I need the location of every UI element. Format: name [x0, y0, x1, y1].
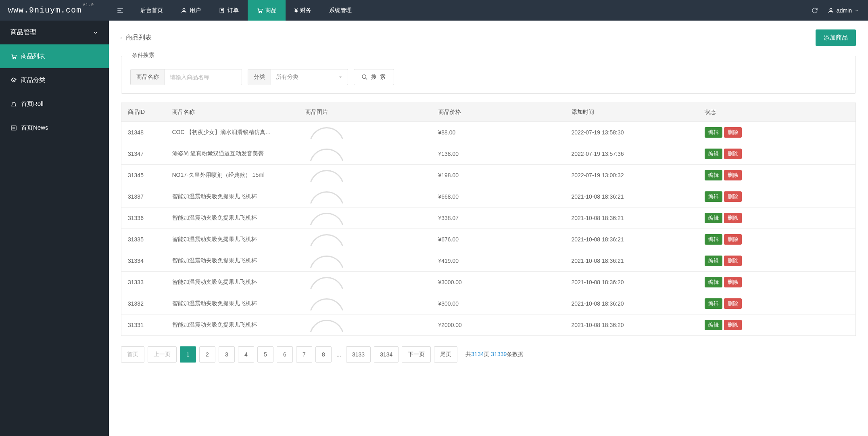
- product-name-input[interactable]: [165, 69, 242, 85]
- cell-price: ¥138.00: [432, 143, 565, 165]
- cell-name: COC 【初夜少女】滴水润滑锁精仿真…: [166, 122, 299, 143]
- cell-time: 2022-07-19 13:57:36: [565, 143, 698, 165]
- pagination-info: 共3134页 31339条数据: [465, 351, 524, 358]
- delete-button[interactable]: 删除: [724, 191, 742, 202]
- category-select[interactable]: 所有分类: [271, 69, 348, 85]
- sidebar-group-products[interactable]: 商品管理: [0, 21, 109, 44]
- svg-point-9: [830, 8, 832, 10]
- table-row: 31337智能加温震动夹吸免提果儿飞机杯¥668.002021-10-08 18…: [121, 186, 856, 208]
- cell-name: 智能加温震动夹吸免提果儿飞机杯: [166, 293, 299, 314]
- page-8[interactable]: 8: [315, 346, 332, 363]
- edit-button[interactable]: 编辑: [705, 298, 722, 309]
- page-4[interactable]: 4: [238, 346, 254, 363]
- delete-button[interactable]: 删除: [724, 256, 742, 266]
- nav-item-3[interactable]: 商品: [248, 0, 286, 21]
- page-first[interactable]: 首页: [121, 346, 144, 363]
- page-last[interactable]: 尾页: [434, 346, 457, 363]
- edit-button[interactable]: 编辑: [705, 234, 722, 245]
- delete-button[interactable]: 删除: [724, 213, 742, 223]
- cat-label: 分类: [248, 69, 271, 85]
- cell-image: [299, 122, 432, 143]
- nav-item-label: 后台首页: [140, 7, 163, 14]
- sidebar-item-2[interactable]: 首页Roll: [0, 92, 109, 116]
- chevron-down-icon: [854, 8, 859, 13]
- sidebar-item-label: 首页News: [21, 124, 48, 132]
- edit-button[interactable]: 编辑: [705, 191, 722, 202]
- col-header: 商品ID: [121, 103, 166, 122]
- cell-actions: 编辑删除: [698, 314, 856, 336]
- user-menu[interactable]: admin: [828, 7, 859, 14]
- cell-time: 2021-10-08 18:36:21: [565, 229, 698, 250]
- table-row: 31332智能加温震动夹吸免提果儿飞机杯¥300.002021-10-08 18…: [121, 293, 856, 314]
- cell-time: 2021-10-08 18:36:21: [565, 250, 698, 272]
- delete-button[interactable]: 删除: [724, 234, 742, 245]
- cell-time: 2021-10-08 18:36:20: [565, 293, 698, 314]
- delete-button[interactable]: 删除: [724, 277, 742, 287]
- cell-image: [299, 208, 432, 229]
- brand-version: V1.0: [83, 3, 94, 7]
- cell-actions: 编辑删除: [698, 293, 856, 314]
- table-row: 31336智能加温震动夹吸免提果儿飞机杯¥338.072021-10-08 18…: [121, 208, 856, 229]
- nav-item-4[interactable]: ¥财务: [286, 0, 320, 21]
- delete-button[interactable]: 删除: [724, 320, 742, 330]
- cell-image: [299, 314, 432, 336]
- svg-point-3: [183, 8, 185, 10]
- edit-button[interactable]: 编辑: [705, 170, 722, 180]
- page-6[interactable]: 6: [277, 346, 293, 363]
- delete-button[interactable]: 删除: [724, 170, 742, 180]
- page-2[interactable]: 2: [199, 346, 215, 363]
- cell-actions: 编辑删除: [698, 208, 856, 229]
- add-product-button[interactable]: 添加商品: [816, 29, 856, 46]
- chevron-down-icon: [93, 30, 98, 36]
- edit-button[interactable]: 编辑: [705, 320, 722, 330]
- sidebar-toggle[interactable]: [109, 0, 131, 21]
- nav-item-5[interactable]: 系统管理: [320, 0, 361, 21]
- image-placeholder: [305, 297, 346, 310]
- page-1[interactable]: 1: [180, 346, 196, 363]
- cell-actions: 编辑删除: [698, 250, 856, 272]
- edit-button[interactable]: 编辑: [705, 256, 722, 266]
- page-7[interactable]: 7: [296, 346, 312, 363]
- sidebar-item-0[interactable]: 商品列表: [0, 44, 109, 68]
- cell-image: [299, 143, 432, 165]
- edit-button[interactable]: 编辑: [705, 149, 722, 159]
- products-table: 商品ID商品名称商品图片商品价格添加时间状态 31348COC 【初夜少女】滴水…: [121, 103, 856, 336]
- edit-button[interactable]: 编辑: [705, 277, 722, 287]
- cell-price: ¥668.00: [432, 186, 565, 208]
- cell-id: 31334: [121, 250, 166, 272]
- nav-item-1[interactable]: 用户: [172, 0, 210, 21]
- cell-price: ¥300.00: [432, 293, 565, 314]
- page-3134[interactable]: 3134: [374, 346, 399, 363]
- nav-item-2[interactable]: 订单: [210, 0, 248, 21]
- cell-time: 2021-10-08 18:36:20: [565, 272, 698, 293]
- page-next[interactable]: 下一页: [402, 346, 431, 363]
- cell-actions: 编辑删除: [698, 272, 856, 293]
- col-header: 状态: [698, 103, 856, 122]
- page-3[interactable]: 3: [219, 346, 235, 363]
- cell-time: 2022-07-19 13:58:30: [565, 122, 698, 143]
- svg-point-7: [259, 12, 260, 13]
- delete-button[interactable]: 删除: [724, 127, 742, 138]
- page-3133[interactable]: 3133: [346, 346, 371, 363]
- refresh-button[interactable]: [812, 7, 818, 14]
- chevron-right-icon: [119, 36, 123, 40]
- cell-name: NO17-久皇外用喷剂（经典款） 15ml: [166, 165, 299, 186]
- page-prev[interactable]: 上一页: [148, 346, 177, 363]
- col-header: 商品名称: [166, 103, 299, 122]
- sidebar-item-1[interactable]: 商品分类: [0, 68, 109, 92]
- edit-button[interactable]: 编辑: [705, 213, 722, 223]
- sidebar-item-3[interactable]: 首页News: [0, 116, 109, 140]
- chevron-down-icon: [338, 75, 343, 80]
- cell-price: ¥676.00: [432, 229, 565, 250]
- cell-actions: 编辑删除: [698, 165, 856, 186]
- cell-image: [299, 165, 432, 186]
- search-button[interactable]: 搜 索: [354, 69, 394, 85]
- edit-button[interactable]: 编辑: [705, 127, 722, 138]
- page-5[interactable]: 5: [257, 346, 273, 363]
- delete-button[interactable]: 删除: [724, 149, 742, 159]
- delete-button[interactable]: 删除: [724, 298, 742, 309]
- sidebar: 商品管理 商品列表商品分类首页Roll首页News: [0, 21, 109, 436]
- image-placeholder: [305, 233, 346, 246]
- nav-item-0[interactable]: 后台首页: [131, 0, 172, 21]
- table-row: 31334智能加温震动夹吸免提果儿飞机杯¥419.002021-10-08 18…: [121, 250, 856, 272]
